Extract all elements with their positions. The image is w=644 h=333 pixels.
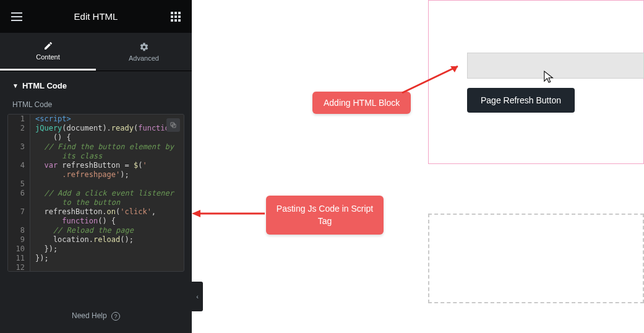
help-label: Need Help [72,311,107,320]
gear-icon [139,42,149,52]
cursor-icon [543,70,554,86]
page-refresh-button[interactable]: Page Refresh Button [467,88,575,113]
menu-button[interactable] [0,0,33,33]
help-link[interactable]: Need Help ? [0,311,192,321]
tabs: Content Advanced [0,33,192,71]
tab-advanced-label: Advanced [129,54,159,62]
empty-section-dropzone[interactable] [428,214,644,303]
svg-marker-5 [192,210,200,217]
grid-icon [171,12,181,22]
help-icon: ? [111,312,120,321]
caret-down-icon: ▼ [12,82,19,89]
svg-line-2 [402,66,458,93]
pencil-icon [43,41,53,51]
section-title: HTML Code [22,81,67,90]
tab-content[interactable]: Content [0,33,96,71]
field-label: HTML Code [0,97,192,114]
tab-content-label: Content [36,53,60,61]
editor-sidebar: Edit HTML Content Advanced ▼ HTML Code H… [0,0,192,333]
section-toggle[interactable]: ▼ HTML Code [0,71,192,97]
tab-advanced[interactable]: Advanced [96,33,192,71]
menu-icon [11,12,22,21]
apps-button[interactable] [159,0,192,33]
code-editor[interactable]: 1<script> 2jQuery(document).ready(functi… [7,114,184,272]
copy-icon [170,121,177,129]
sidebar-header: Edit HTML [0,0,192,33]
callout-js-code: Pasting Js Code in Script Tag [266,196,384,235]
panel-collapse-handle[interactable]: ‹ [192,282,203,311]
html-widget-placeholder[interactable] [467,53,644,79]
copy-button[interactable] [166,118,180,132]
arrow-annotation [396,59,470,96]
arrow-annotation [191,204,271,223]
preview-canvas: Page Refresh Button Adding HTML Block Pa… [210,0,644,333]
